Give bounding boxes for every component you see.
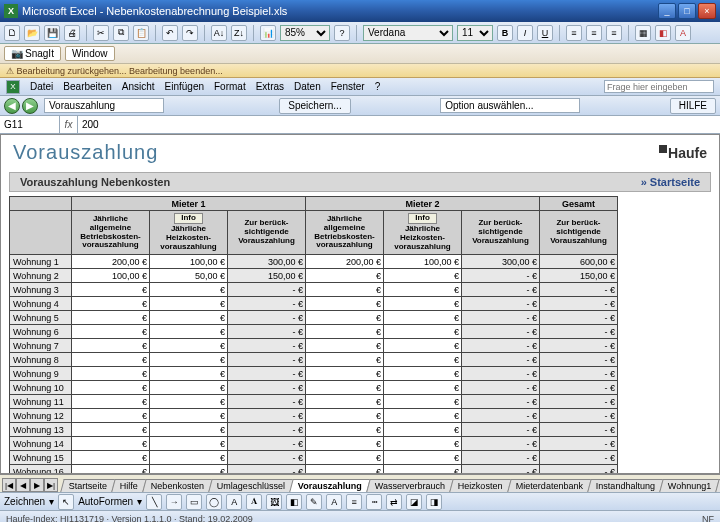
info-button[interactable]: Info [408,213,437,224]
cell[interactable]: - € [540,367,618,381]
menu-ansicht[interactable]: Ansicht [122,81,155,92]
cell[interactable]: € [384,465,462,475]
tab-last-button[interactable]: ▶| [44,478,58,492]
menu-bearbeiten[interactable]: Bearbeiten [63,81,111,92]
cell[interactable]: € [306,423,384,437]
fx-icon[interactable]: fx [60,116,78,133]
sort-asc-icon[interactable]: A↓ [211,25,227,41]
cell[interactable]: 600,00 € [540,255,618,269]
autoshapes-menu[interactable]: AutoFormen [78,496,133,507]
cell[interactable]: - € [228,437,306,451]
cell[interactable]: € [150,423,228,437]
cell[interactable]: € [384,395,462,409]
cell[interactable]: € [72,437,150,451]
cell[interactable]: € [72,409,150,423]
menu-einfuegen[interactable]: Einfügen [165,81,204,92]
cell[interactable]: € [150,409,228,423]
copy-icon[interactable]: ⧉ [113,25,129,41]
cell[interactable]: - € [540,297,618,311]
cell[interactable]: € [72,381,150,395]
menu-format[interactable]: Format [214,81,246,92]
cell[interactable]: - € [462,395,540,409]
cell[interactable]: - € [540,381,618,395]
cell[interactable]: € [306,381,384,395]
arrowstyle-icon[interactable]: ⇄ [386,494,402,510]
cell[interactable]: 200,00 € [306,255,384,269]
cell[interactable]: - € [462,367,540,381]
cell[interactable]: € [306,311,384,325]
print-icon[interactable]: 🖨 [64,25,80,41]
chart-icon[interactable]: 📊 [260,25,276,41]
cell[interactable]: - € [540,283,618,297]
cell[interactable]: - € [540,437,618,451]
nav-forward-button[interactable]: ▶ [22,98,38,114]
sheet-tab[interactable]: Instandhaltung [587,479,664,492]
cell[interactable]: 50,00 € [150,269,228,283]
clipart-icon[interactable]: 🖼 [266,494,282,510]
cell[interactable]: - € [228,451,306,465]
sheet-tab[interactable]: Vorauszahlung [289,479,370,492]
linestyle-icon[interactable]: ≡ [346,494,362,510]
cell[interactable]: 300,00 € [228,255,306,269]
cell[interactable]: - € [540,353,618,367]
name-box[interactable]: G11 [0,116,60,133]
cell[interactable]: € [72,297,150,311]
cell[interactable]: € [384,367,462,381]
cell[interactable]: € [384,283,462,297]
fontcolor-icon[interactable]: A [675,25,691,41]
sheet-tab[interactable]: Wasserverbrauch [366,479,454,492]
cell[interactable]: - € [462,423,540,437]
cell[interactable]: - € [228,395,306,409]
info-button[interactable]: Info [174,213,203,224]
maximize-button[interactable]: □ [678,3,696,19]
cell[interactable]: € [72,353,150,367]
cell[interactable]: € [384,437,462,451]
cell[interactable]: - € [540,423,618,437]
redo-icon[interactable]: ↷ [182,25,198,41]
menu-help[interactable]: ? [375,81,381,92]
sheet-tab[interactable]: Mieterdatenbank [507,479,592,492]
cell[interactable]: € [150,339,228,353]
borders-icon[interactable]: ▦ [635,25,651,41]
cell[interactable]: € [384,269,462,283]
sheet-tab[interactable]: Nebenkosten [142,479,213,492]
help-icon[interactable]: ? [334,25,350,41]
menu-extras[interactable]: Extras [256,81,284,92]
textbox-icon[interactable]: A [226,494,242,510]
cell[interactable]: € [72,311,150,325]
close-button[interactable]: × [698,3,716,19]
linecolor-icon[interactable]: ✎ [306,494,322,510]
cell[interactable]: € [150,395,228,409]
snagit-button[interactable]: 📷SnagIt [4,46,61,61]
cell[interactable]: - € [462,437,540,451]
cell[interactable]: 200,00 € [72,255,150,269]
cell[interactable]: - € [462,311,540,325]
cell[interactable]: € [150,283,228,297]
sheet-tab[interactable]: Startseite [60,479,116,492]
cell[interactable]: € [150,465,228,475]
select-icon[interactable]: ↖ [58,494,74,510]
cell[interactable]: € [384,311,462,325]
sheet-tab[interactable]: Hilfe [111,479,146,492]
nav-current-sheet[interactable]: Vorauszahlung [44,98,164,113]
cell[interactable]: 100,00 € [72,269,150,283]
underline-icon[interactable]: U [537,25,553,41]
cell[interactable]: - € [462,339,540,353]
cell[interactable]: € [72,339,150,353]
open-icon[interactable]: 📂 [24,25,40,41]
cell[interactable]: - € [228,339,306,353]
cell[interactable]: € [150,325,228,339]
cell[interactable]: - € [228,423,306,437]
cell[interactable]: - € [540,465,618,475]
save-icon[interactable]: 💾 [44,25,60,41]
cell[interactable]: € [150,353,228,367]
cell[interactable]: € [72,325,150,339]
sort-desc-icon[interactable]: Z↓ [231,25,247,41]
help-button[interactable]: HILFE [670,98,716,114]
cell[interactable]: € [306,367,384,381]
italic-icon[interactable]: I [517,25,533,41]
line-icon[interactable]: ╲ [146,494,162,510]
sheet-tab[interactable]: Wohnung1 [659,479,720,492]
cell[interactable]: € [306,269,384,283]
cell[interactable]: - € [462,409,540,423]
